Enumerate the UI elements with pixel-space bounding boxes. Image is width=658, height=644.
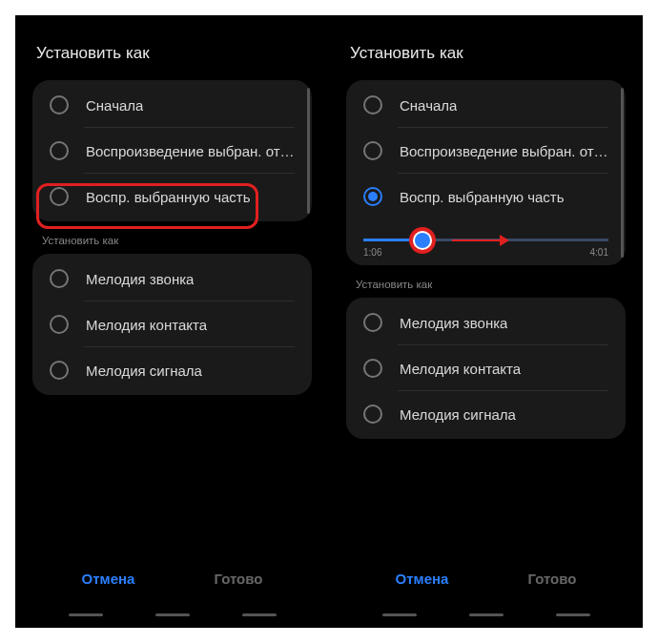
right-pane: Установить как Сначала Воспроизведение в… <box>329 15 643 628</box>
option-play-excerpt[interactable]: Воспроизведение выбран. отры.. <box>32 128 312 174</box>
button-row: Отмена Готово <box>42 571 302 587</box>
set-as-card: Мелодия звонка Мелодия контакта Мелодия … <box>32 254 312 395</box>
option-label: Мелодия сигнала <box>86 363 202 379</box>
option-notification-melody[interactable]: Мелодия сигнала <box>32 347 312 393</box>
slider-track <box>363 239 608 241</box>
nav-recent-icon[interactable] <box>382 613 417 616</box>
scroll-indicator <box>307 88 310 214</box>
radio-icon <box>50 269 69 288</box>
radio-icon <box>363 141 382 160</box>
screenshot-stage: Установить как Сначала Воспроизведение в… <box>15 15 643 628</box>
option-play-excerpt[interactable]: Воспроизведение выбран. отры.. <box>346 128 626 174</box>
left-pane: Установить как Сначала Воспроизведение в… <box>15 15 329 628</box>
option-from-start[interactable]: Сначала <box>346 82 626 128</box>
option-from-start[interactable]: Сначала <box>32 82 312 128</box>
option-ringtone[interactable]: Мелодия звонка <box>32 256 312 301</box>
page-title: Установить как <box>350 44 626 63</box>
scroll-indicator <box>621 88 624 258</box>
radio-icon-checked <box>363 187 382 206</box>
option-label: Воспроизведение выбран. отры.. <box>86 143 295 159</box>
radio-icon <box>50 361 69 380</box>
radio-icon <box>363 313 382 332</box>
option-play-selected-part[interactable]: Воспр. выбранную часть <box>32 174 312 219</box>
radio-icon <box>50 187 69 206</box>
option-label: Мелодия сигнала <box>400 406 516 423</box>
option-label: Воспр. выбранную часть <box>400 189 565 205</box>
option-contact-melody[interactable]: Мелодия контакта <box>346 345 626 391</box>
page-title: Установить как <box>36 44 312 63</box>
radio-icon <box>363 405 382 424</box>
slider-thumb-highlight[interactable] <box>409 227 436 254</box>
option-label: Сначала <box>86 97 143 114</box>
radio-icon <box>363 359 382 378</box>
option-notification-melody[interactable]: Мелодия сигнала <box>346 391 626 437</box>
android-nav-bar <box>356 613 616 616</box>
radio-icon <box>50 315 69 334</box>
option-label: Мелодия звонка <box>400 315 507 331</box>
option-label: Мелодия звонка <box>86 271 194 287</box>
option-label: Сначала <box>400 97 457 114</box>
radio-icon <box>50 141 69 160</box>
option-play-selected-part[interactable]: Воспр. выбранную часть <box>346 174 626 219</box>
slider-times: 1:06 4:01 <box>363 247 608 258</box>
option-contact-melody[interactable]: Мелодия контакта <box>32 301 312 347</box>
nav-back-icon[interactable] <box>242 613 277 616</box>
android-nav-bar <box>42 613 302 616</box>
slider-thumb-icon <box>415 233 430 248</box>
option-ringtone[interactable]: Мелодия звонка <box>346 300 626 345</box>
bottom-bar: Отмена Готово <box>15 571 329 616</box>
audio-trim-slider[interactable]: 1:06 4:01 <box>346 219 626 263</box>
option-label: Воспроизведение выбран. отры.. <box>400 143 608 159</box>
play-options-card: Сначала Воспроизведение выбран. отры.. В… <box>346 80 626 265</box>
cancel-button[interactable]: Отмена <box>396 571 449 587</box>
time-start: 1:06 <box>363 247 381 258</box>
set-as-card: Мелодия звонка Мелодия контакта Мелодия … <box>346 298 626 439</box>
radio-icon <box>50 95 69 114</box>
nav-home-icon[interactable] <box>469 613 504 616</box>
radio-icon <box>363 95 382 114</box>
set-as-subheader: Установить как <box>356 279 626 290</box>
cancel-button[interactable]: Отмена <box>82 571 135 587</box>
time-end: 4:01 <box>590 247 608 258</box>
option-label: Мелодия контакта <box>86 317 207 333</box>
done-button[interactable]: Готово <box>214 571 262 587</box>
option-label: Воспр. выбранную часть <box>86 189 251 205</box>
nav-recent-icon[interactable] <box>69 613 103 616</box>
button-row: Отмена Готово <box>356 571 616 587</box>
drag-arrow-annotation <box>452 235 509 246</box>
bottom-bar: Отмена Готово <box>329 571 643 616</box>
done-button[interactable]: Готово <box>527 571 576 587</box>
set-as-subheader: Установить как <box>42 235 312 246</box>
nav-home-icon[interactable] <box>155 613 190 616</box>
option-label: Мелодия контакта <box>400 361 521 377</box>
play-options-card: Сначала Воспроизведение выбран. отры.. В… <box>32 80 312 221</box>
nav-back-icon[interactable] <box>556 613 590 616</box>
